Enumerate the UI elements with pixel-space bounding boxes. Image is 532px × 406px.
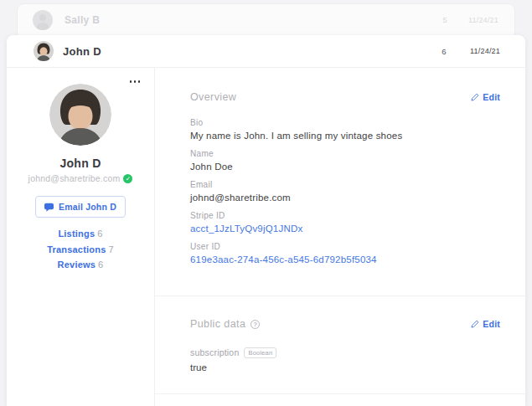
field-bio: Bio My name is John. I am selling my vin… <box>190 118 500 141</box>
console-user-page: Sally B 5 11/24/21 John D 6 11/24/21 Joh… <box>0 0 532 406</box>
profile-email-text: johnd@sharetribe.com <box>28 173 121 183</box>
type-badge: Boolean <box>244 347 276 358</box>
stripe-id-link[interactable]: acct_1JzLTyQv9jQ1JNDx <box>190 223 500 234</box>
profile-email: johnd@sharetribe.com ✓ <box>28 173 133 183</box>
pencil-icon <box>471 320 479 328</box>
overview-edit-label: Edit <box>483 92 500 102</box>
profile-name: John D <box>7 157 154 170</box>
user-row-date: 11/24/21 <box>470 47 500 55</box>
overview-section: Overview Edit Bio My name is John. I am … <box>155 68 525 296</box>
next-section-partial <box>155 394 525 406</box>
field-name: Name John Doe <box>190 149 500 172</box>
profile-sidebar: John D johnd@sharetribe.com ✓ Email John… <box>7 68 155 406</box>
field-label: Email <box>190 180 500 189</box>
avatar <box>34 41 54 61</box>
field-label: User ID <box>190 242 500 251</box>
field-label: Name <box>190 149 500 158</box>
field-value: My name is John. I am selling my vintage… <box>190 130 500 141</box>
user-row-selected[interactable]: John D 6 11/24/21 <box>7 35 525 68</box>
public-data-edit-label: Edit <box>483 319 500 329</box>
public-data-title: Public data ? <box>190 318 260 330</box>
email-user-button-label: Email John D <box>59 202 116 212</box>
entry-value: true <box>190 362 500 373</box>
field-value: johnd@sharetribe.com <box>190 192 500 203</box>
more-menu-button[interactable] <box>127 78 143 85</box>
field-label: Stripe ID <box>190 211 500 220</box>
chat-bubble-icon <box>44 203 54 212</box>
field-value: John Doe <box>190 161 500 172</box>
field-email: Email johnd@sharetribe.com <box>190 180 500 203</box>
pencil-icon <box>471 93 479 101</box>
user-row-date: 11/24/21 <box>468 16 498 24</box>
user-detail-card: John D 6 11/24/21 John D johnd@sharetrib… <box>7 35 525 406</box>
field-user-id: User ID 619e3aac-274a-456c-a545-6d792b5f… <box>190 242 500 265</box>
user-id-link[interactable]: 619e3aac-274a-456c-a545-6d792b5f5034 <box>190 254 500 265</box>
sidebar-link-transactions[interactable]: Transactions7 <box>7 244 154 254</box>
sidebar-link-reviews[interactable]: Reviews6 <box>7 260 154 270</box>
profile-content: Overview Edit Bio My name is John. I am … <box>155 68 525 406</box>
email-user-button[interactable]: Email John D <box>35 196 126 218</box>
profile-avatar <box>49 84 111 146</box>
entry-key: subscription <box>190 347 239 357</box>
public-data-entry: subscription Boolean true <box>190 344 500 373</box>
avatar <box>33 10 53 30</box>
user-row-count: 5 <box>436 16 453 24</box>
public-data-section: Public data ? Edit subscription <box>155 296 525 394</box>
public-data-title-text: Public data <box>190 318 245 330</box>
field-label: Bio <box>190 118 500 127</box>
overview-edit-button[interactable]: Edit <box>471 92 500 102</box>
user-row-name: Sally B <box>65 14 100 26</box>
sidebar-link-listings[interactable]: Listings6 <box>7 229 154 239</box>
overview-title: Overview <box>190 91 236 103</box>
field-stripe-id: Stripe ID acct_1JzLTyQv9jQ1JNDx <box>190 211 500 234</box>
user-row-name: John D <box>63 45 101 58</box>
user-row-count: 6 <box>436 47 452 56</box>
help-icon[interactable]: ? <box>251 320 260 329</box>
public-data-edit-button[interactable]: Edit <box>471 319 500 329</box>
verified-check-icon: ✓ <box>123 174 132 183</box>
